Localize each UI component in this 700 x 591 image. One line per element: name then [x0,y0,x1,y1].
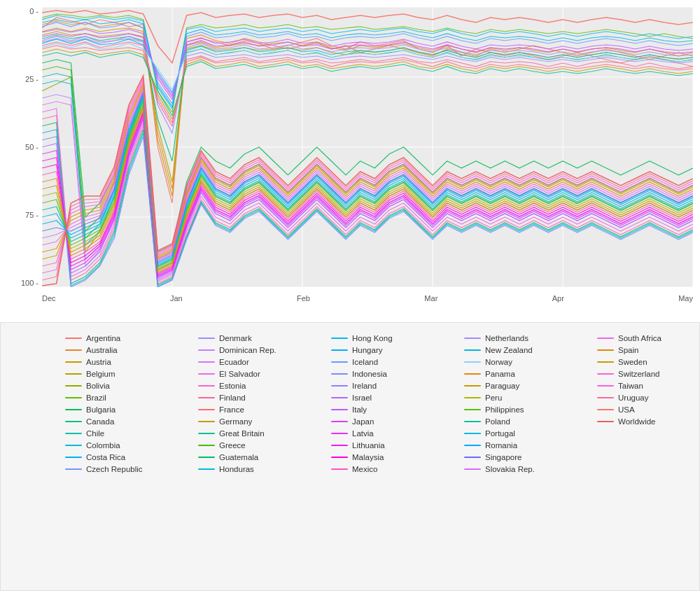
legend-item-label: Dominican Rep. [219,346,276,354]
legend-item: Portugal [463,429,596,438]
legend-color-swatch [331,468,348,470]
legend-item-label: Brazil [86,394,106,402]
legend-item: Philippines [463,405,596,415]
legend-item: Germany [197,417,330,426]
legend-item-label: Philippines [485,405,524,414]
legend-item: Indonesia [330,369,463,379]
legend-color-swatch [65,373,82,375]
legend-color-swatch [464,445,481,446]
legend-item: Hungary [330,345,463,355]
legend-item: Bulgaria [64,405,197,415]
legend-item-label: Sweden [618,358,648,366]
legend-item-label: France [219,405,244,414]
legend-item-label: El Salvador [219,370,260,378]
legend-item: Ecuador [197,357,330,367]
legend-item: Bolivia [64,381,197,391]
x-tick-may: May [678,294,693,303]
legend-item: Panama [463,369,596,379]
legend-item-label: Slovakia Rep. [485,465,535,473]
legend-color-swatch [331,385,348,387]
legend-color-swatch [198,409,215,410]
legend-item-label: Indonesia [352,370,387,378]
legend-color-swatch [597,397,614,398]
x-tick-mar: Mar [424,294,438,303]
legend-item-label: Portugal [485,429,515,438]
legend-item: Finland [197,393,330,403]
legend-item-label: Belgium [86,370,115,378]
legend-color-swatch [597,338,614,339]
legend-item-label: Bulgaria [86,405,115,414]
chart-area: 0 - 25 - 50 - 75 - 100 - Dec Jan Feb Mar… [0,0,700,322]
legend-color-swatch [597,349,614,351]
legend-item-label: Poland [485,417,510,426]
legend-color-swatch [597,385,614,387]
legend-color-swatch [464,457,481,458]
legend-item: Australia [64,345,197,355]
legend-color-swatch [331,338,348,339]
legend-color-swatch [198,338,215,339]
x-ticks: Dec Jan Feb Mar Apr May [42,294,693,303]
legend-item: Great Britain [197,429,330,438]
y-ticks: 0 - 25 - 50 - 75 - 100 - [7,7,38,287]
y-tick-75: 75 - [25,211,38,219]
legend-grid: ArgentinaAustraliaAustriaBelgiumBoliviaB… [64,333,700,474]
legend-item-label: Denmark [219,334,252,342]
legend-item: Netherlands [463,333,596,343]
legend-item: Norway [463,357,596,367]
legend-item-label: Japan [352,417,374,426]
legend-color-swatch [65,445,82,446]
legend-color-swatch [198,433,215,434]
y-tick-25: 25 - [25,75,38,83]
legend-item-label: Norway [485,358,512,366]
legend-item-label: South Africa [618,334,662,342]
legend-item: Honduras [197,464,330,474]
legend-color-swatch [65,338,82,339]
legend-item-label: Singapore [485,453,522,461]
legend-item-label: Taiwan [618,382,643,390]
legend-item-label: Finland [219,394,246,402]
legend-color-swatch [65,468,82,470]
legend-item-label: Romania [485,441,517,450]
legend-color-swatch [597,361,614,363]
y-tick-0: 0 - [29,7,38,15]
legend-item-label: Great Britain [219,429,265,438]
legend-color-swatch [331,361,348,363]
legend-item: Peru [463,393,596,403]
legend-color-swatch [331,409,348,410]
legend-color-swatch [198,349,215,351]
legend-item: Poland [463,417,596,426]
legend-item: Canada [64,417,197,426]
legend-item: Estonia [197,381,330,391]
y-tick-100: 100 - [21,279,38,287]
legend-item-label: Argentina [86,334,120,342]
legend-item: Argentina [64,333,197,343]
legend-color-swatch [331,421,348,422]
legend-item: Colombia [64,440,197,450]
legend-item-label: Israel [352,394,372,402]
legend-item-label: Estonia [219,382,246,390]
legend-item: El Salvador [197,369,330,379]
legend-item: Romania [463,440,596,450]
y-tick-50: 50 - [25,143,38,151]
legend-item-label: Hong Kong [352,334,393,342]
legend-item: Paraguay [463,381,596,391]
legend-color-swatch [198,421,215,422]
legend-item-label: Germany [219,417,252,426]
legend-item-label: Worldwide [618,417,655,426]
legend-color-swatch [464,361,481,363]
legend-col-2: Hong KongHungaryIcelandIndonesiaIrelandI… [330,333,463,474]
legend-item-label: Bolivia [86,382,110,390]
legend-item-label: Honduras [219,465,254,473]
legend-color-swatch [464,409,481,410]
legend-item: Costa Rica [64,452,197,462]
legend-item: Chile [64,429,197,438]
legend-color-swatch [198,468,215,470]
legend-item: Italy [330,405,463,415]
legend-color-swatch [464,397,481,398]
legend-color-swatch [65,349,82,351]
legend-item-label: Malaysia [352,453,384,461]
legend-item-label: USA [618,405,635,414]
legend-item: Denmark [197,333,330,343]
legend-color-swatch [198,361,215,363]
chart-plot [42,7,693,287]
